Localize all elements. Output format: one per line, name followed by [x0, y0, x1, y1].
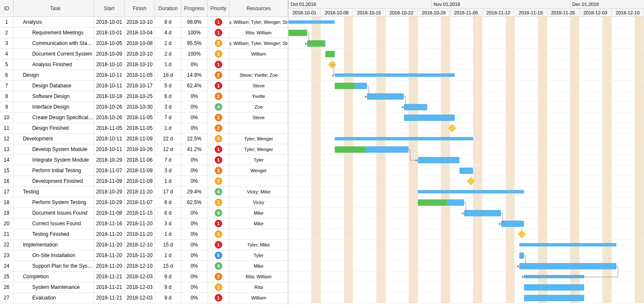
cell-resources: Tyler; Wenger — [230, 134, 288, 144]
summary-bar[interactable] — [335, 73, 455, 77]
table-row[interactable]: 16Development Finished2018-11-092018-11-… — [0, 176, 288, 187]
cell-resources: Tyler; Mike — [230, 240, 288, 250]
cell-duration: 15 d — [155, 240, 181, 250]
task-bar[interactable] — [325, 51, 335, 57]
col-start[interactable]: Start — [94, 0, 125, 17]
gantt-row — [288, 123, 644, 134]
task-bar[interactable] — [335, 146, 409, 153]
cell-priority: 3 — [207, 229, 230, 239]
table-row[interactable]: 15Perform Initial Testing2018-11-072018-… — [0, 165, 288, 176]
table-row[interactable]: 1Analysis2018-10-012018-10-108 d98.9%1Ri… — [0, 17, 288, 28]
task-bar[interactable] — [418, 157, 459, 163]
priority-badge: 2 — [215, 124, 222, 132]
cell-id: 7 — [0, 81, 14, 91]
task-bar[interactable] — [524, 284, 584, 291]
cell-resources — [230, 59, 288, 70]
table-row[interactable]: 23On-Site Installation2018-11-202018-11-… — [0, 250, 288, 261]
milestone-icon[interactable] — [467, 177, 475, 185]
cell-task: Design Database — [14, 81, 94, 91]
cell-id: 19 — [0, 208, 14, 218]
table-row[interactable]: 11Design Finished2018-11-052018-11-051 d… — [0, 123, 288, 134]
cell-priority: 2 — [207, 165, 230, 176]
table-row[interactable]: 7Design Database2018-10-112018-10-175 d6… — [0, 81, 288, 91]
col-progress[interactable]: Progress — [181, 0, 207, 17]
milestone-icon[interactable] — [448, 124, 457, 132]
cell-finish: 2018-10-30 — [125, 102, 155, 112]
gantt-row — [288, 218, 644, 229]
cell-duration: 18 d — [155, 70, 181, 80]
table-row[interactable]: 4Document Current System2018-10-092018-1… — [0, 49, 288, 59]
task-bar[interactable] — [524, 295, 584, 301]
summary-bar[interactable] — [288, 20, 335, 24]
task-bar[interactable] — [418, 199, 464, 206]
task-bar[interactable] — [464, 210, 501, 216]
table-row[interactable]: 6Design2018-10-112018-11-0518 d14.9%2Ste… — [0, 70, 288, 81]
table-row[interactable]: 25Completion2018-11-212018-12-039 d0%2Ri… — [0, 271, 288, 282]
table-row[interactable]: 18Perform System Testing2018-10-292018-1… — [0, 197, 288, 208]
col-task[interactable]: Task — [14, 0, 94, 17]
summary-bar[interactable] — [418, 190, 524, 193]
col-duration[interactable]: Duration — [155, 0, 181, 17]
task-bar[interactable] — [288, 30, 307, 36]
cell-task: Document Current System — [14, 49, 94, 59]
table-row[interactable]: 12Development2018-10-112018-11-0922 d22.… — [0, 134, 288, 144]
cell-finish: 2018-11-20 — [125, 229, 155, 239]
priority-badge: 2 — [215, 114, 222, 121]
cell-priority: 1 — [207, 59, 230, 70]
cell-task: Implementation — [14, 240, 94, 250]
table-row[interactable]: 22Implementation2018-11-202018-12-1015 d… — [0, 240, 288, 250]
table-row[interactable]: 20Correct Issues Found2018-11-162018-11-… — [0, 218, 288, 229]
table-row[interactable]: 13Develop System Module2018-10-112018-10… — [0, 144, 288, 155]
table-row[interactable]: 2Requirement Meetings2018-10-012018-10-0… — [0, 28, 288, 38]
table-row[interactable]: 3Communication with Stakeholders2018-10-… — [0, 38, 288, 49]
priority-badge: 1 — [215, 18, 222, 26]
milestone-icon[interactable] — [328, 60, 337, 69]
task-bar[interactable] — [307, 40, 326, 47]
week-label: 2018-12-10 — [612, 8, 644, 17]
gantt-row — [288, 70, 644, 81]
col-resources[interactable]: Resources — [230, 0, 288, 17]
table-row[interactable]: 17Testing2018-10-292018-11-2017 d29.4%4V… — [0, 187, 288, 197]
table-row[interactable]: 24Support Plan for the System2018-11-202… — [0, 261, 288, 271]
summary-bar[interactable] — [519, 243, 616, 246]
table-row[interactable]: 10Create Design Specifications2018-10-26… — [0, 112, 288, 123]
table-row[interactable]: 19Document Issues Found2018-11-082018-11… — [0, 208, 288, 218]
col-finish[interactable]: Finish — [125, 0, 155, 17]
cell-priority: 5 — [207, 250, 230, 260]
summary-bar[interactable] — [335, 137, 473, 140]
month-label: Nov 01,2018 — [431, 0, 460, 8]
task-bar[interactable] — [459, 168, 473, 174]
task-bar[interactable] — [519, 252, 524, 259]
priority-badge: 3 — [215, 283, 222, 291]
task-bar[interactable] — [404, 115, 455, 121]
week-label: 2018-11-19 — [515, 8, 547, 17]
cell-task: Integrate System Module — [14, 155, 94, 165]
cell-finish: 2018-11-20 — [125, 218, 155, 229]
cell-finish: 2018-11-15 — [125, 208, 155, 218]
task-bar[interactable] — [367, 93, 404, 100]
gantt-timeline[interactable]: Oct 01,2018Nov 01,2018Dec 01,2018 2018-1… — [288, 0, 644, 305]
cell-task: Support Plan for the System — [14, 261, 94, 271]
task-bar[interactable] — [335, 83, 367, 89]
priority-badge: 1 — [215, 220, 222, 227]
col-id[interactable]: ID — [0, 0, 14, 17]
cell-finish: 2018-11-07 — [125, 197, 155, 207]
cell-duration: 2 d — [155, 38, 181, 48]
milestone-icon[interactable] — [518, 230, 526, 238]
cell-start: 2018-10-09 — [94, 49, 125, 59]
task-bar[interactable] — [519, 263, 616, 269]
table-row[interactable]: 5Analysis Finished2018-10-102018-10-101 … — [0, 59, 288, 70]
table-row[interactable]: 27Evaluation2018-11-212018-12-039 d0%1Wi… — [0, 293, 288, 303]
summary-bar[interactable] — [524, 275, 584, 278]
table-row[interactable]: 21Testing Finished2018-11-202018-11-201 … — [0, 229, 288, 240]
cell-task: Completion — [14, 271, 94, 282]
table-row[interactable]: 8Software Design2018-10-182018-10-256 d0… — [0, 91, 288, 102]
cell-progress: 0% — [181, 165, 207, 176]
task-bar[interactable] — [501, 221, 524, 227]
table-row[interactable]: 9Interface Design2018-10-262018-10-303 d… — [0, 102, 288, 112]
task-bar[interactable] — [404, 104, 427, 110]
col-priority[interactable]: Priority — [207, 0, 230, 17]
gantt-row — [288, 165, 644, 176]
table-row[interactable]: 14Integrate System Module2018-10-292018-… — [0, 155, 288, 165]
table-row[interactable]: 26System Maintenance2018-11-212018-12-03… — [0, 282, 288, 293]
